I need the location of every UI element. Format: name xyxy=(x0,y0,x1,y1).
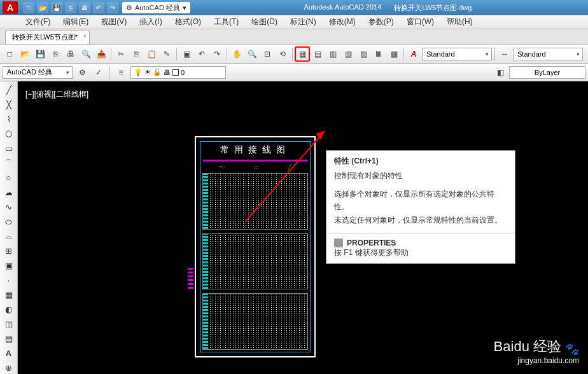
menu-param[interactable]: 参数(P) xyxy=(362,17,400,27)
menu-window[interactable]: 窗口(W) xyxy=(400,17,440,27)
spline-icon[interactable]: ∿ xyxy=(2,201,16,214)
print-icon[interactable]: 🖶 xyxy=(64,47,78,61)
markup-icon[interactable]: ▨ xyxy=(356,47,370,61)
revcloud-icon[interactable]: ☁ xyxy=(2,186,16,199)
workspace-combo[interactable]: AutoCAD 经典 xyxy=(3,66,73,79)
properties-icon[interactable]: ▦ xyxy=(295,47,309,61)
sheet-set-icon[interactable]: ▧ xyxy=(341,47,355,61)
menu-file[interactable]: 文件(F) xyxy=(19,17,57,27)
undo-icon[interactable]: ↶ xyxy=(195,47,209,61)
lightbulb-icon: 💡 xyxy=(134,68,143,76)
menu-draw[interactable]: 绘图(D) xyxy=(245,17,284,27)
menu-dimension[interactable]: 标注(N) xyxy=(284,17,323,27)
title-bar: A □ 📂 💾 ⎘ 🖶 ↶ ↷ ⚙ AutoCAD 经典 ▾ Autodesk … xyxy=(0,0,588,15)
tooltip-footer: PROPERTIES 按 F1 键获得更多帮助 xyxy=(326,233,515,263)
svg-marker-1 xyxy=(316,131,325,140)
gradient-icon[interactable]: ◐ xyxy=(2,303,16,315)
sun-icon: ☀ xyxy=(144,68,151,76)
calc-icon[interactable]: 🖩 xyxy=(372,47,386,61)
redo-icon[interactable]: ↷ xyxy=(210,47,224,61)
saveas-icon[interactable]: ⎘ xyxy=(48,47,62,61)
menu-modify[interactable]: 修改(M) xyxy=(323,17,362,27)
document-tabs: 转换开关LW5节点图* × xyxy=(0,29,588,45)
workspace-settings-icon[interactable]: ⚙ xyxy=(75,66,89,80)
line-icon[interactable]: ╱ xyxy=(2,84,16,97)
zoom-window-icon[interactable]: ⊡ xyxy=(260,47,274,61)
text-style-combo[interactable]: Standard xyxy=(422,48,492,60)
mtext-icon[interactable]: A xyxy=(2,347,16,359)
bylayer-color-combo[interactable]: ByLayer xyxy=(509,66,585,79)
publish-icon[interactable]: 📤 xyxy=(94,47,108,61)
qat-redo-icon[interactable]: ↷ xyxy=(107,2,118,13)
block-icon[interactable]: ▣ xyxy=(179,47,193,61)
layer-name: 0 xyxy=(181,69,185,76)
drawing-canvas[interactable]: [−][俯视][二维线框] 常用接线图 ━○▭╱ 特性 (Ctrl+1) 控制现… xyxy=(18,81,588,374)
polyline-icon[interactable]: ⌇ xyxy=(2,113,16,126)
paste-icon[interactable]: 📋 xyxy=(144,47,158,61)
tool-palettes-icon[interactable]: ▥ xyxy=(326,47,340,61)
save-icon[interactable]: 💾 xyxy=(33,47,47,61)
drawing-table-1 xyxy=(202,173,308,230)
circle-icon[interactable]: ○ xyxy=(2,172,16,184)
qat-save-icon[interactable]: 💾 xyxy=(51,2,62,13)
color-control-icon[interactable]: ◧ xyxy=(493,66,507,80)
copy-icon[interactable]: ⎘ xyxy=(129,47,143,61)
addselected-icon[interactable]: ⊕ xyxy=(2,361,16,374)
table-icon[interactable]: ▤ xyxy=(2,332,16,345)
menu-tools[interactable]: 工具(T) xyxy=(207,17,245,27)
text-style-icon[interactable]: A xyxy=(407,47,421,61)
app-logo[interactable]: A xyxy=(3,1,18,14)
toolbar-separator xyxy=(292,48,293,60)
rectangle-icon[interactable]: ▭ xyxy=(2,142,16,155)
tooltip-title: 特性 (Ctrl+1) xyxy=(326,151,515,169)
arc-icon[interactable]: ⌒ xyxy=(2,157,16,170)
properties-palette-icon xyxy=(334,239,343,247)
point-icon[interactable]: · xyxy=(2,274,16,286)
xline-icon[interactable]: ╳ xyxy=(2,99,16,111)
layer-manager-icon[interactable]: ≡ xyxy=(114,66,128,80)
menu-format[interactable]: 格式(O) xyxy=(169,17,207,27)
lock-icon: 🔓 xyxy=(153,68,162,76)
drawing-table-3 xyxy=(202,293,308,350)
drawing-table-2 xyxy=(202,233,308,290)
drawing-side-ticks xyxy=(188,268,193,289)
toolbar-separator xyxy=(111,48,111,60)
menu-view[interactable]: 视图(V) xyxy=(95,17,133,27)
menu-help[interactable]: 帮助(H) xyxy=(440,17,479,27)
close-icon[interactable]: × xyxy=(83,33,87,39)
viewport-label[interactable]: [−][俯视][二维线框] xyxy=(25,89,88,100)
qat-plot-icon[interactable]: 🖶 xyxy=(79,2,90,13)
tooltip-help: 按 F1 键获得更多帮助 xyxy=(334,247,507,258)
cut-icon[interactable]: ✂ xyxy=(114,47,128,61)
workspace-save-icon[interactable]: ✓ xyxy=(92,66,106,80)
region-icon[interactable]: ◫ xyxy=(2,317,16,330)
open-icon[interactable]: 📂 xyxy=(18,47,32,61)
preview-icon[interactable]: 🔍 xyxy=(79,47,93,61)
qat-undo-icon[interactable]: ↶ xyxy=(93,2,104,13)
zoom-prev-icon[interactable]: ⟲ xyxy=(276,47,290,61)
hatch-icon[interactable]: ▦ xyxy=(2,288,16,301)
layer-combo[interactable]: 💡 ☀ 🔓 🖶 0 xyxy=(130,66,226,79)
menu-insert[interactable]: 插入(I) xyxy=(133,17,168,27)
make-block-icon[interactable]: ▣ xyxy=(2,259,16,272)
insert-block-icon[interactable]: ⊞ xyxy=(2,244,16,257)
polygon-icon[interactable]: ⬡ xyxy=(2,128,16,141)
drawing-content: 常用接线图 ━○▭╱ xyxy=(195,136,316,357)
ref-icon[interactable]: ▩ xyxy=(387,47,401,61)
workspace-selector[interactable]: ⚙ AutoCAD 经典 ▾ xyxy=(122,2,190,13)
new-icon[interactable]: □ xyxy=(3,47,17,61)
menu-edit[interactable]: 编辑(E) xyxy=(57,17,95,27)
drawing-symbol-row: ━○▭╱ xyxy=(200,163,310,171)
ellipse-arc-icon[interactable]: ⌓ xyxy=(2,230,16,243)
tab-active[interactable]: 转换开关LW5节点图* × xyxy=(5,30,90,44)
qat-saveas-icon[interactable]: ⎘ xyxy=(65,2,76,13)
qat-open-icon[interactable]: 📂 xyxy=(37,2,48,13)
ellipse-icon[interactable]: ⬭ xyxy=(2,216,16,228)
dim-style-icon[interactable]: ↔ xyxy=(498,47,512,61)
zoom-icon[interactable]: 🔍 xyxy=(245,47,259,61)
qat-new-icon[interactable]: □ xyxy=(23,2,34,13)
pan-icon[interactable]: ✋ xyxy=(230,47,244,61)
match-icon[interactable]: ✎ xyxy=(160,47,174,61)
design-center-icon[interactable]: ▤ xyxy=(311,47,325,61)
dim-style-combo[interactable]: Standard xyxy=(513,48,583,60)
